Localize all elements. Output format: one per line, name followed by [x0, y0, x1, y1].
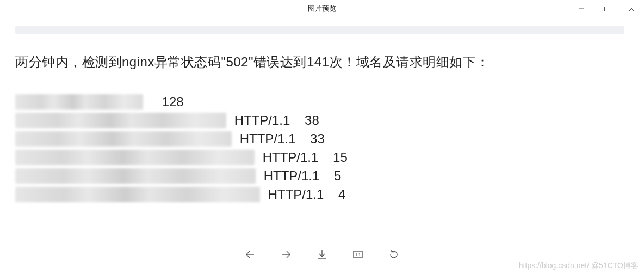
detail-row: HTTP/1.1 15 — [15, 148, 636, 167]
count-value: 15 — [333, 150, 348, 165]
preview-viewport[interactable]: 两分钟内，检测到nginx异常状态码"502"错误达到141次！域名及请求明细如… — [7, 26, 636, 233]
protocol-label: HTTP/1.1 — [236, 131, 310, 147]
close-icon — [628, 5, 635, 12]
next-button[interactable] — [278, 247, 294, 262]
rotate-button[interactable] — [386, 247, 401, 262]
close-button[interactable] — [619, 0, 644, 17]
count-value: 38 — [305, 113, 319, 128]
redacted-domain — [15, 113, 226, 128]
svg-rect-1 — [604, 7, 609, 11]
detail-row: HTTP/1.1 33 — [15, 130, 636, 148]
window-controls — [569, 0, 644, 17]
maximize-button[interactable] — [594, 0, 619, 17]
preview-content: 两分钟内，检测到nginx异常状态码"502"错误达到141次！域名及请求明细如… — [15, 26, 636, 204]
arrow-right-icon — [280, 248, 292, 260]
download-icon — [316, 248, 328, 260]
download-button[interactable] — [314, 247, 330, 262]
detail-rows: 128 HTTP/1.1 38 HTTP/1.1 33 HTTP/1.1 15 … — [15, 93, 636, 204]
count-value: 4 — [338, 187, 345, 202]
protocol-label: HTTP/1.1 — [259, 150, 333, 165]
detail-row: 128 — [15, 93, 636, 111]
detail-row: HTTP/1.1 5 — [15, 167, 636, 185]
protocol-label: HTTP/1.1 — [231, 113, 305, 128]
detail-row: HTTP/1.1 38 — [15, 111, 636, 130]
preview-toolbar: 1:1 — [0, 244, 644, 265]
svg-text:1:1: 1:1 — [355, 253, 361, 257]
redacted-domain — [15, 187, 260, 202]
maximize-icon — [604, 6, 610, 12]
left-border — [7, 31, 9, 233]
redacted-domain — [15, 150, 255, 165]
protocol-label: HTTP/1.1 — [260, 168, 334, 184]
count-value: 5 — [334, 168, 341, 184]
prev-button[interactable] — [243, 247, 258, 262]
minimize-button[interactable] — [569, 0, 594, 17]
redacted-domain — [15, 94, 143, 110]
protocol-label: HTTP/1.1 — [264, 187, 338, 202]
one-to-one-icon: 1:1 — [352, 248, 364, 260]
spacer — [147, 94, 162, 110]
rotate-icon — [388, 248, 400, 260]
original-size-button[interactable]: 1:1 — [350, 247, 366, 262]
minimize-icon — [578, 5, 585, 12]
redacted-domain — [15, 131, 232, 147]
alert-message: 两分钟内，检测到nginx异常状态码"502"错误达到141次！域名及请求明细如… — [15, 53, 636, 71]
redacted-domain — [15, 168, 256, 184]
cropped-strip — [15, 26, 624, 34]
arrow-left-icon — [244, 248, 256, 260]
detail-row: HTTP/1.1 4 — [15, 185, 636, 204]
window-title: 图片预览 — [308, 4, 336, 14]
count-value: 128 — [162, 94, 184, 110]
count-value: 33 — [310, 131, 325, 147]
titlebar: 图片预览 — [0, 0, 644, 17]
